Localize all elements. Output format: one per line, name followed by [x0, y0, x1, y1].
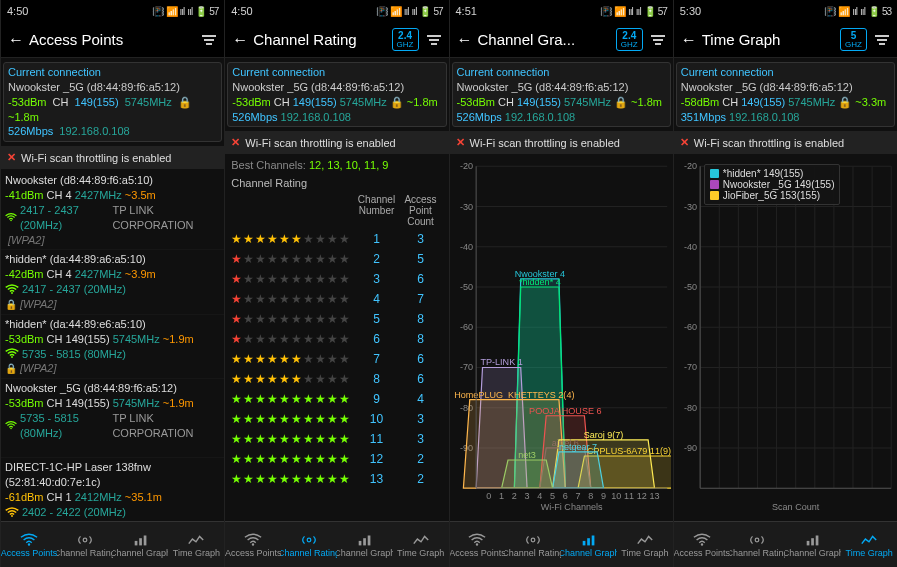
svg-text:6: 6 — [562, 492, 567, 502]
svg-rect-98 — [816, 535, 819, 545]
nav-label: Access Points — [1, 548, 57, 558]
ap-count: 3 — [399, 412, 443, 426]
nav-icon — [244, 532, 262, 548]
nav-icon — [76, 532, 94, 548]
nav-tab-channel-graph[interactable]: Channel Graph — [561, 522, 617, 567]
screen-title: Time Graph — [698, 31, 840, 48]
throttle-warning[interactable]: ✕ Wi-Fi scan throttling is enabled — [1, 146, 224, 169]
star-rating: ★★★★★★★★★★ — [231, 352, 354, 366]
back-button[interactable]: ← — [456, 31, 474, 49]
access-point-item[interactable]: Nwookster (d8:44:89:f6:a5:10)-41dBm CH 4… — [1, 171, 224, 250]
svg-text:-70: -70 — [684, 363, 697, 373]
ap-count: 2 — [399, 472, 443, 486]
channel-graph-chart[interactable]: -20-30-40-50-60-70-80-900123456789101112… — [452, 160, 671, 517]
throttle-warning[interactable]: ✕Wi-Fi scan throttling is enabled — [225, 131, 448, 154]
nav-tab-channel-rating[interactable]: Channel Rating — [281, 522, 337, 567]
ap-ssid: *hidden* (da:44:89:a6:a5:10) — [5, 252, 220, 267]
nav-tab-time-graph[interactable]: Time Graph — [617, 522, 673, 567]
ghz-toggle[interactable]: 5GHZ — [840, 28, 867, 52]
svg-text:-90: -90 — [684, 443, 697, 453]
channel-number: 6 — [355, 332, 399, 346]
svg-text:11: 11 — [623, 492, 633, 502]
current-connection[interactable]: Current connection Nwookster _5G (d8:44:… — [3, 62, 222, 142]
nav-tab-access-points[interactable]: Access Points — [674, 522, 730, 567]
panel-time-graph: 5:30 📳📶ıılııl🔋53 ← Time Graph 5GHZ Curre… — [673, 0, 897, 567]
channel-number: 13 — [355, 472, 399, 486]
back-button[interactable]: ← — [680, 31, 698, 49]
access-point-list[interactable]: Nwookster (d8:44:89:f6:a5:10)-41dBm CH 4… — [1, 171, 224, 521]
svg-point-1 — [11, 292, 13, 294]
star-rating: ★★★★★★★★★★ — [231, 432, 354, 446]
current-connection[interactable]: Current connection Nwookster _5G (d8:44:… — [227, 62, 446, 127]
nav-tab-time-graph[interactable]: Time Graph — [168, 522, 224, 567]
rating-row: ★★★★★★★★★★13 — [225, 229, 448, 249]
rating-row: ★★★★★★★★★★47 — [225, 289, 448, 309]
nav-tab-access-points[interactable]: Access Points — [450, 522, 506, 567]
access-point-item[interactable]: DIRECT-1C-HP Laser 138fnw (52:81:40:d0:7… — [1, 458, 224, 521]
nav-label: Channel Graph — [785, 548, 841, 558]
access-point-item[interactable]: *hidden* (da:44:89:e6:a5:10)-53dBm CH 14… — [1, 315, 224, 379]
status-bar: 4:50 📳📶ıılııl🔋57 — [225, 0, 448, 22]
svg-point-3 — [10, 428, 12, 430]
nav-label: Access Points — [450, 548, 506, 558]
svg-text:-60: -60 — [460, 323, 473, 333]
back-button[interactable]: ← — [231, 31, 249, 49]
nav-tab-channel-graph[interactable]: Channel Graph — [113, 522, 169, 567]
ap-signal: -53dBm — [5, 332, 44, 347]
star-rating: ★★★★★★★★★★ — [231, 252, 354, 266]
nav-tab-channel-rating[interactable]: Channel Rating — [730, 522, 786, 567]
rating-row: ★★★★★★★★★★113 — [225, 429, 448, 449]
nav-label: Channel Rating — [505, 548, 561, 558]
rating-row: ★★★★★★★★★★58 — [225, 309, 448, 329]
svg-text:*hidden*  4: *hidden* 4 — [518, 277, 560, 287]
svg-text:10: 10 — [611, 492, 621, 502]
throttle-warning[interactable]: ✕Wi-Fi scan throttling is enabled — [450, 131, 673, 154]
access-point-item[interactable]: *hidden* (da:44:89:a6:a5:10)-42dBm CH 4 … — [1, 250, 224, 314]
filter-icon[interactable] — [649, 35, 667, 45]
svg-rect-9 — [139, 538, 142, 545]
nav-tab-access-points[interactable]: Access Points — [225, 522, 281, 567]
filter-icon[interactable] — [425, 35, 443, 45]
ap-count: 3 — [399, 232, 443, 246]
svg-rect-15 — [367, 535, 370, 545]
svg-point-12 — [307, 538, 311, 542]
throttle-warning[interactable]: ✕Wi-Fi scan throttling is enabled — [674, 131, 897, 154]
nav-label: Channel Graph — [561, 548, 617, 558]
nav-tab-access-points[interactable]: Access Points — [1, 522, 57, 567]
cc-line2: -53dBm CH 149(155) 5745MHz 🔒 ~1.8m — [8, 95, 217, 125]
nav-tab-channel-rating[interactable]: Channel Rating — [57, 522, 113, 567]
svg-rect-14 — [363, 538, 366, 545]
svg-rect-96 — [807, 540, 810, 545]
back-button[interactable]: ← — [7, 31, 25, 49]
nav-tab-channel-rating[interactable]: Channel Rating — [505, 522, 561, 567]
ap-signal: -53dBm — [5, 396, 44, 411]
wifi-icon — [5, 420, 17, 431]
ap-range: 5735 - 5815 (80MHz) — [20, 411, 109, 441]
nav-icon — [187, 532, 205, 548]
nav-tab-channel-graph[interactable]: Channel Graph — [337, 522, 393, 567]
nav-label: Channel Rating — [281, 548, 337, 558]
time-graph-chart[interactable]: *hidden* 149(155)Nwookster _5G 149(155)J… — [676, 160, 895, 517]
filter-icon[interactable] — [873, 35, 891, 45]
ap-signal: -61dBm — [5, 490, 44, 505]
star-rating: ★★★★★★★★★★ — [231, 372, 354, 386]
current-connection[interactable]: Current connection Nwookster _5G (d8:44:… — [452, 62, 671, 127]
filter-icon[interactable] — [200, 35, 218, 45]
cc-line3: 526Mbps 192.168.0.108 — [8, 124, 217, 139]
current-connection[interactable]: Current connection Nwookster _5G (d8:44:… — [676, 62, 895, 127]
svg-point-4 — [11, 515, 13, 517]
access-point-item[interactable]: Nwookster _5G (d8:44:89:f6:a5:12)-53dBm … — [1, 379, 224, 458]
app-bar: ← Channel Rating 2.4GHZ — [225, 22, 448, 58]
svg-point-6 — [28, 543, 30, 545]
ghz-toggle[interactable]: 2.4GHZ — [392, 28, 419, 52]
bottom-nav: Access PointsChannel RatingChannel Graph… — [1, 521, 224, 567]
clock: 5:30 — [680, 5, 701, 17]
nav-icon — [300, 532, 318, 548]
nav-tab-time-graph[interactable]: Time Graph — [841, 522, 897, 567]
star-rating: ★★★★★★★★★★ — [231, 392, 354, 406]
nav-tab-time-graph[interactable]: Time Graph — [393, 522, 449, 567]
nav-tab-channel-graph[interactable]: Channel Graph — [785, 522, 841, 567]
nav-icon — [804, 532, 822, 548]
ghz-toggle[interactable]: 2.4GHZ — [616, 28, 643, 52]
rating-table: ★★★★★★★★★★13★★★★★★★★★★25★★★★★★★★★★36★★★★… — [225, 229, 448, 521]
